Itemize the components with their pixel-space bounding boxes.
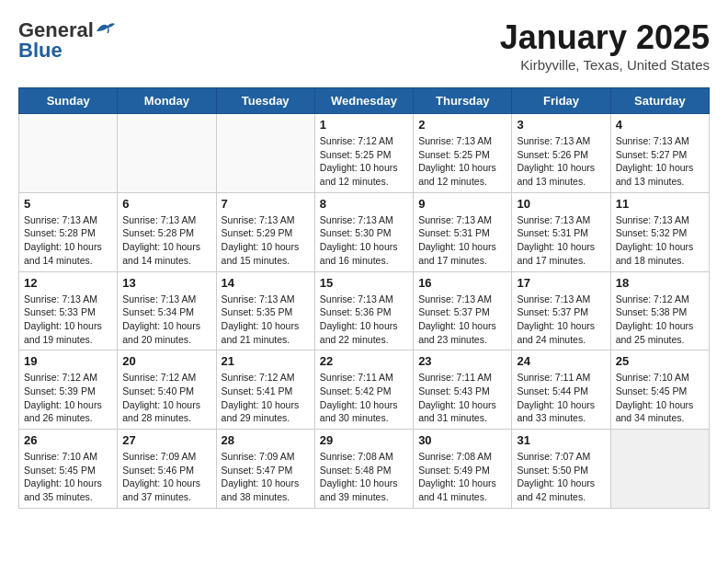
- calendar-day-cell: 14Sunrise: 7:13 AM Sunset: 5:35 PM Dayli…: [216, 271, 314, 350]
- day-number: 9: [418, 197, 506, 211]
- calendar-day-cell: 29Sunrise: 7:08 AM Sunset: 5:48 PM Dayli…: [314, 430, 413, 509]
- day-info: Sunrise: 7:12 AM Sunset: 5:39 PM Dayligh…: [24, 371, 112, 425]
- page-header: General Blue January 2025 Kirbyville, Te…: [18, 18, 710, 73]
- day-info: Sunrise: 7:13 AM Sunset: 5:37 PM Dayligh…: [418, 293, 506, 347]
- calendar-day-cell: 1Sunrise: 7:12 AM Sunset: 5:25 PM Daylig…: [314, 114, 413, 193]
- day-info: Sunrise: 7:10 AM Sunset: 5:45 PM Dayligh…: [616, 371, 704, 425]
- calendar-day-cell: 25Sunrise: 7:10 AM Sunset: 5:45 PM Dayli…: [610, 350, 709, 430]
- day-info: Sunrise: 7:11 AM Sunset: 5:44 PM Dayligh…: [517, 371, 605, 425]
- day-info: Sunrise: 7:12 AM Sunset: 5:41 PM Dayligh…: [222, 371, 310, 425]
- day-number: 26: [24, 433, 112, 447]
- day-number: 1: [320, 118, 408, 132]
- calendar-day-cell: [118, 114, 216, 193]
- day-info: Sunrise: 7:12 AM Sunset: 5:38 PM Dayligh…: [616, 293, 704, 347]
- day-number: 7: [222, 197, 310, 211]
- calendar-table: SundayMondayTuesdayWednesdayThursdayFrid…: [18, 87, 710, 509]
- day-info: Sunrise: 7:10 AM Sunset: 5:45 PM Dayligh…: [24, 450, 112, 504]
- calendar-week-row: 1Sunrise: 7:12 AM Sunset: 5:25 PM Daylig…: [19, 114, 710, 193]
- calendar-day-cell: 5Sunrise: 7:13 AM Sunset: 5:28 PM Daylig…: [19, 192, 118, 271]
- calendar-day-cell: 23Sunrise: 7:11 AM Sunset: 5:43 PM Dayli…: [414, 350, 512, 430]
- weekday-header: Saturday: [610, 88, 709, 114]
- calendar-day-cell: 7Sunrise: 7:13 AM Sunset: 5:29 PM Daylig…: [216, 192, 314, 271]
- calendar-day-cell: 22Sunrise: 7:11 AM Sunset: 5:42 PM Dayli…: [314, 350, 413, 430]
- day-info: Sunrise: 7:09 AM Sunset: 5:46 PM Dayligh…: [122, 450, 210, 504]
- day-number: 12: [24, 276, 112, 290]
- calendar-week-row: 5Sunrise: 7:13 AM Sunset: 5:28 PM Daylig…: [19, 192, 710, 271]
- calendar-day-cell: 13Sunrise: 7:13 AM Sunset: 5:34 PM Dayli…: [118, 271, 216, 350]
- day-info: Sunrise: 7:08 AM Sunset: 5:48 PM Dayligh…: [320, 450, 408, 504]
- day-info: Sunrise: 7:07 AM Sunset: 5:50 PM Dayligh…: [517, 450, 605, 504]
- day-number: 23: [418, 354, 506, 368]
- day-number: 27: [122, 433, 210, 447]
- day-info: Sunrise: 7:11 AM Sunset: 5:42 PM Dayligh…: [320, 371, 408, 425]
- day-number: 18: [616, 276, 704, 290]
- calendar-day-cell: [19, 114, 118, 193]
- calendar-day-cell: [216, 114, 314, 193]
- title-section: January 2025 Kirbyville, Texas, United S…: [500, 18, 710, 73]
- weekday-header: Monday: [118, 88, 216, 114]
- day-info: Sunrise: 7:13 AM Sunset: 5:28 PM Dayligh…: [24, 213, 112, 268]
- weekday-header: Thursday: [414, 88, 512, 114]
- calendar-day-cell: 31Sunrise: 7:07 AM Sunset: 5:50 PM Dayli…: [512, 430, 610, 509]
- calendar-day-cell: 8Sunrise: 7:13 AM Sunset: 5:30 PM Daylig…: [314, 192, 413, 271]
- logo-blue: Blue: [18, 39, 63, 63]
- calendar-day-cell: 11Sunrise: 7:13 AM Sunset: 5:32 PM Dayli…: [610, 192, 709, 271]
- day-number: 22: [320, 354, 408, 368]
- weekday-header: Sunday: [19, 88, 118, 114]
- day-number: 24: [517, 354, 605, 368]
- day-number: 6: [122, 197, 210, 211]
- day-info: Sunrise: 7:11 AM Sunset: 5:43 PM Dayligh…: [418, 371, 506, 425]
- day-number: 25: [616, 354, 704, 368]
- calendar-day-cell: 16Sunrise: 7:13 AM Sunset: 5:37 PM Dayli…: [414, 271, 512, 350]
- calendar-day-cell: 30Sunrise: 7:08 AM Sunset: 5:49 PM Dayli…: [414, 430, 512, 509]
- day-info: Sunrise: 7:12 AM Sunset: 5:40 PM Dayligh…: [122, 371, 210, 425]
- calendar-day-cell: 21Sunrise: 7:12 AM Sunset: 5:41 PM Dayli…: [216, 350, 314, 430]
- weekday-header: Friday: [512, 88, 610, 114]
- day-number: 16: [418, 276, 506, 290]
- calendar-day-cell: 17Sunrise: 7:13 AM Sunset: 5:37 PM Dayli…: [512, 271, 610, 350]
- day-number: 21: [222, 354, 310, 368]
- calendar-day-cell: 4Sunrise: 7:13 AM Sunset: 5:27 PM Daylig…: [610, 114, 709, 193]
- day-info: Sunrise: 7:13 AM Sunset: 5:27 PM Dayligh…: [616, 134, 704, 189]
- day-number: 30: [418, 433, 506, 447]
- day-info: Sunrise: 7:12 AM Sunset: 5:25 PM Dayligh…: [320, 134, 408, 189]
- calendar-day-cell: 27Sunrise: 7:09 AM Sunset: 5:46 PM Dayli…: [118, 430, 216, 509]
- calendar-day-cell: 15Sunrise: 7:13 AM Sunset: 5:36 PM Dayli…: [314, 271, 413, 350]
- day-info: Sunrise: 7:13 AM Sunset: 5:28 PM Dayligh…: [122, 213, 210, 268]
- calendar-day-cell: 6Sunrise: 7:13 AM Sunset: 5:28 PM Daylig…: [118, 192, 216, 271]
- day-info: Sunrise: 7:13 AM Sunset: 5:33 PM Dayligh…: [24, 293, 112, 347]
- day-number: 5: [24, 197, 112, 211]
- day-number: 4: [616, 118, 704, 132]
- calendar-day-cell: 3Sunrise: 7:13 AM Sunset: 5:26 PM Daylig…: [512, 114, 610, 193]
- logo: General Blue: [18, 18, 115, 63]
- weekday-header: Wednesday: [314, 88, 413, 114]
- logo-bird-icon: [95, 20, 115, 37]
- day-number: 3: [517, 118, 605, 132]
- day-number: 28: [222, 433, 310, 447]
- calendar-day-cell: 10Sunrise: 7:13 AM Sunset: 5:31 PM Dayli…: [512, 192, 610, 271]
- day-info: Sunrise: 7:13 AM Sunset: 5:32 PM Dayligh…: [616, 213, 704, 268]
- day-number: 13: [122, 276, 210, 290]
- calendar-day-cell: 24Sunrise: 7:11 AM Sunset: 5:44 PM Dayli…: [512, 350, 610, 430]
- calendar-day-cell: 19Sunrise: 7:12 AM Sunset: 5:39 PM Dayli…: [19, 350, 118, 430]
- day-number: 15: [320, 276, 408, 290]
- calendar-day-cell: 28Sunrise: 7:09 AM Sunset: 5:47 PM Dayli…: [216, 430, 314, 509]
- day-number: 31: [517, 433, 605, 447]
- calendar-day-cell: 18Sunrise: 7:12 AM Sunset: 5:38 PM Dayli…: [610, 271, 709, 350]
- location: Kirbyville, Texas, United States: [500, 57, 710, 73]
- day-number: 8: [320, 197, 408, 211]
- calendar-day-cell: 2Sunrise: 7:13 AM Sunset: 5:25 PM Daylig…: [414, 114, 512, 193]
- calendar-day-cell: 26Sunrise: 7:10 AM Sunset: 5:45 PM Dayli…: [19, 430, 118, 509]
- day-number: 19: [24, 354, 112, 368]
- day-info: Sunrise: 7:08 AM Sunset: 5:49 PM Dayligh…: [418, 450, 506, 504]
- calendar-day-cell: [610, 430, 709, 509]
- day-number: 11: [616, 197, 704, 211]
- day-info: Sunrise: 7:13 AM Sunset: 5:30 PM Dayligh…: [320, 213, 408, 268]
- day-number: 2: [418, 118, 506, 132]
- day-info: Sunrise: 7:13 AM Sunset: 5:26 PM Dayligh…: [517, 134, 605, 189]
- day-info: Sunrise: 7:13 AM Sunset: 5:37 PM Dayligh…: [517, 293, 605, 347]
- calendar-day-cell: 20Sunrise: 7:12 AM Sunset: 5:40 PM Dayli…: [118, 350, 216, 430]
- day-number: 20: [122, 354, 210, 368]
- day-info: Sunrise: 7:13 AM Sunset: 5:36 PM Dayligh…: [320, 293, 408, 347]
- month-title: January 2025: [500, 18, 710, 57]
